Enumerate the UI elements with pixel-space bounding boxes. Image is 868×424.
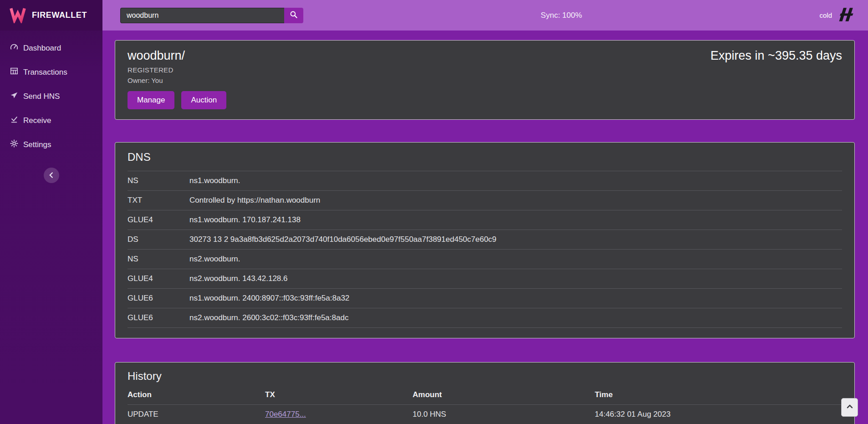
dns-record-type: GLUE6 [128, 308, 189, 328]
dns-record-row: GLUE4 ns2.woodburn. 143.42.128.6 [128, 269, 842, 289]
sidebar: FIREWALLET Dashboard [0, 0, 102, 424]
sidebar-item-receive[interactable]: Receive [0, 108, 102, 133]
brand-name: FIREWALLET [32, 10, 87, 20]
receive-icon [10, 115, 18, 126]
history-amount: 10.0 HNS [413, 405, 595, 424]
sidebar-item-dashboard[interactable]: Dashboard [0, 36, 102, 60]
sidebar-item-label: Receive [23, 116, 51, 125]
dns-record-value: ns1.woodburn. 2400:8907::f03c:93ff:fe5a:… [189, 289, 842, 308]
dns-record-type: TXT [128, 191, 189, 210]
app-window: FIREWALLET Dashboard [0, 0, 868, 424]
history-column-action: Action [128, 385, 265, 405]
sync-status: Sync: 100% [541, 11, 582, 20]
main-area: Sync: 100% cold woodb [102, 0, 868, 424]
handshake-logo-icon [838, 8, 855, 23]
sidebar-item-transactions[interactable]: Transactions [0, 60, 102, 84]
sidebar-nav: Dashboard Transactions [0, 36, 102, 157]
tx-link[interactable]: 70e64775... [265, 410, 306, 419]
history-column-tx: TX [265, 385, 413, 405]
dns-record-type: NS [128, 250, 189, 269]
wallet-indicator: cold [819, 8, 855, 23]
dns-record-type: GLUE4 [128, 210, 189, 230]
settings-icon [10, 139, 18, 150]
sidebar-item-label: Settings [23, 140, 51, 149]
history-title: History [128, 370, 842, 383]
dns-record-type: DS [128, 230, 189, 250]
history-column-amount: Amount [413, 385, 595, 405]
history-table: Action TX Amount Time UPDATE 70e64775...… [128, 385, 842, 424]
dns-card: DNS NS ns1.woodburn. TXT Controlled by h… [115, 142, 855, 338]
history-time: 14:46:32 01 Aug 2023 [595, 405, 842, 424]
history-column-time: Time [595, 385, 842, 405]
brand[interactable]: FIREWALLET [0, 0, 102, 31]
chevron-left-icon [46, 170, 56, 181]
dns-record-value: ns2.woodburn. [189, 250, 842, 269]
page-content: woodburn/ Expires in ~395.35 days REGIST… [102, 31, 868, 424]
dns-record-row: NS ns1.woodburn. [128, 171, 842, 191]
dns-record-value: 30273 13 2 9a3a8fb3d625d2a2073d740f10da6… [189, 230, 842, 250]
dns-title: DNS [128, 151, 842, 163]
search-button[interactable] [284, 8, 303, 23]
manage-button[interactable]: Manage [128, 91, 174, 109]
scroll-top-button[interactable] [841, 398, 858, 417]
dns-record-row: GLUE6 ns2.woodburn. 2600:3c02::f03c:93ff… [128, 308, 842, 328]
auction-button[interactable]: Auction [181, 91, 226, 109]
history-card: History Action TX Amount Time UPDATE [115, 362, 855, 424]
firewallet-logo-icon [9, 6, 26, 25]
dns-record-row: TXT Controlled by https://nathan.woodbur… [128, 191, 842, 210]
domain-owner: Owner: You [128, 77, 842, 84]
domain-expiry: Expires in ~395.35 days [710, 49, 842, 63]
dns-record-type: NS [128, 171, 189, 191]
dns-record-row: NS ns2.woodburn. [128, 250, 842, 269]
dns-record-value: Controlled by https://nathan.woodburn [189, 191, 842, 210]
dashboard-icon [10, 43, 18, 53]
search-icon [290, 10, 298, 20]
dns-record-type: GLUE4 [128, 269, 189, 289]
sidebar-item-label: Send HNS [23, 92, 60, 101]
sidebar-item-settings[interactable]: Settings [0, 133, 102, 157]
domain-status: REGISTERED [128, 66, 842, 74]
sidebar-item-send-hns[interactable]: Send HNS [0, 84, 102, 108]
domain-card: woodburn/ Expires in ~395.35 days REGIST… [115, 40, 855, 120]
history-row: UPDATE 70e64775... 10.0 HNS 14:46:32 01 … [128, 405, 842, 424]
sidebar-item-label: Dashboard [23, 44, 61, 53]
dns-record-value: ns1.woodburn. [189, 171, 842, 191]
search-input[interactable] [120, 8, 284, 23]
dns-record-value: ns1.woodburn. 170.187.241.138 [189, 210, 842, 230]
dns-record-type: GLUE6 [128, 289, 189, 308]
transactions-icon [10, 67, 18, 77]
send-icon [10, 91, 18, 102]
chevron-up-icon [845, 402, 854, 413]
history-header-row: Action TX Amount Time [128, 385, 842, 405]
dns-record-row: GLUE4 ns1.woodburn. 170.187.241.138 [128, 210, 842, 230]
dns-record-value: ns2.woodburn. 143.42.128.6 [189, 269, 842, 289]
dns-table: NS ns1.woodburn. TXT Controlled by https… [128, 171, 842, 328]
domain-name: woodburn/ [128, 49, 185, 63]
dns-record-row: GLUE6 ns1.woodburn. 2400:8907::f03c:93ff… [128, 289, 842, 308]
sidebar-item-label: Transactions [23, 68, 67, 77]
topbar: Sync: 100% cold [102, 0, 868, 31]
wallet-name: cold [819, 11, 832, 19]
dns-record-row: DS 30273 13 2 9a3a8fb3d625d2a2073d740f10… [128, 230, 842, 250]
history-action: UPDATE [128, 405, 265, 424]
search-bar [120, 8, 303, 23]
dns-record-value: ns2.woodburn. 2600:3c02::f03c:93ff:fe5a:… [189, 308, 842, 328]
sidebar-collapse-button[interactable] [44, 168, 59, 183]
